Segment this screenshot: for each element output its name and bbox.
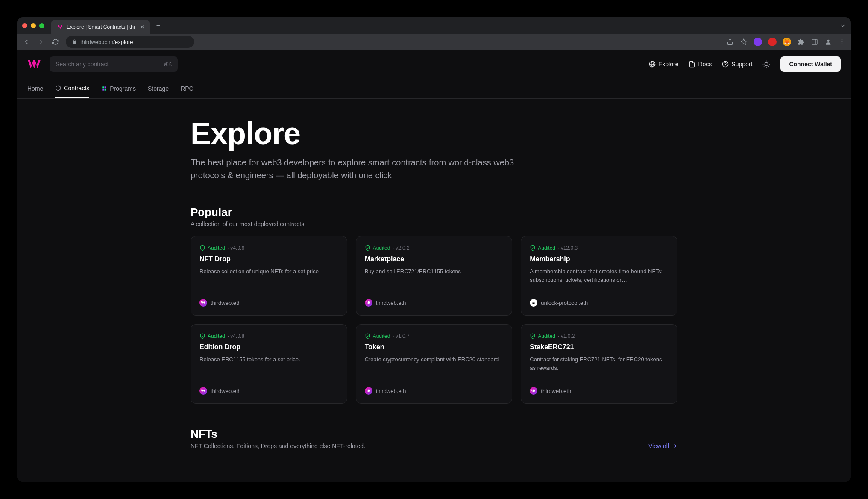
audited-badge: Audited: [199, 245, 225, 251]
lock-icon: [72, 39, 77, 44]
card-meta: Audited · v1.0.2: [530, 333, 669, 339]
thirdweb-logo-icon[interactable]: [27, 56, 43, 72]
audited-badge: Audited: [199, 333, 225, 339]
main-content: Explore The best place for web3 develope…: [191, 99, 677, 475]
version-label: · v4.0.6: [228, 245, 244, 251]
card-title: NFT Drop: [199, 255, 338, 263]
contract-card[interactable]: Audited · v4.0.8Edition DropRelease ERC1…: [191, 324, 347, 404]
browser-tab[interactable]: Explore | Smart Contracts | thi ✕: [51, 20, 150, 34]
author-name: thirdweb.eth: [211, 300, 241, 306]
tab-home[interactable]: Home: [27, 79, 43, 98]
card-author: thirdweb.eth: [199, 299, 338, 307]
svg-point-4: [842, 41, 843, 43]
tab-favicon-icon: [56, 24, 63, 30]
support-link[interactable]: Support: [722, 61, 752, 68]
author-name: unlock-protocol.eth: [541, 300, 588, 306]
search-input[interactable]: Search any contract ⌘K: [50, 56, 178, 72]
close-tab-icon[interactable]: ✕: [140, 24, 144, 30]
svg-line-14: [768, 66, 769, 67]
address-bar: thirdweb.com/explore 🦊: [17, 34, 851, 50]
extension-icon[interactable]: [754, 38, 762, 46]
audited-badge: Audited: [365, 245, 390, 251]
card-title: Marketplace: [365, 255, 504, 263]
tab-storage[interactable]: Storage: [148, 79, 169, 98]
app-content: Search any contract ⌘K Explore Docs Supp…: [17, 50, 851, 482]
extensions-icon[interactable]: [797, 38, 805, 46]
contract-card[interactable]: Audited · v12.0.3MembershipA membership …: [521, 236, 677, 316]
tab-contracts[interactable]: Contracts: [55, 79, 89, 98]
author-avatar-icon: [365, 387, 372, 395]
author-avatar-icon: [199, 299, 207, 307]
contract-card[interactable]: Audited · v1.0.2StakeERC721Contract for …: [521, 324, 677, 404]
author-name: thirdweb.eth: [376, 388, 406, 394]
author-name: thirdweb.eth: [541, 388, 571, 394]
audited-badge: Audited: [530, 333, 555, 339]
card-author: thirdweb.eth: [199, 387, 338, 395]
section-header: PopularA collection of our most deployed…: [191, 206, 677, 227]
author-avatar-icon: [530, 387, 537, 395]
card-meta: Audited · v1.0.7: [365, 333, 504, 339]
explore-link[interactable]: Explore: [649, 61, 678, 68]
author-avatar-icon: [365, 299, 372, 307]
contract-card[interactable]: Audited · v2.0.2MarketplaceBuy and sell …: [356, 236, 513, 316]
back-button[interactable]: [22, 38, 31, 46]
url-text: thirdweb.com/explore: [80, 39, 133, 45]
chevron-down-icon[interactable]: [840, 23, 846, 29]
svg-line-18: [768, 62, 769, 62]
maximize-window-button[interactable]: [39, 23, 44, 28]
version-label: · v2.0.2: [393, 245, 409, 251]
tab-rpc[interactable]: RPC: [181, 79, 194, 98]
card-meta: Audited · v4.0.6: [199, 245, 338, 251]
share-icon[interactable]: [726, 38, 734, 46]
author-name: thirdweb.eth: [211, 388, 241, 394]
search-placeholder: Search any contract: [56, 61, 109, 68]
svg-rect-20: [105, 86, 106, 88]
tab-title: Explore | Smart Contracts | thi: [67, 24, 135, 30]
section-title: Popular: [191, 206, 306, 219]
extension-icon[interactable]: 🦊: [783, 38, 791, 46]
version-label: · v1.0.7: [393, 333, 409, 339]
svg-point-2: [827, 40, 829, 42]
docs-link[interactable]: Docs: [689, 61, 712, 68]
card-author: thirdweb.eth: [365, 387, 504, 395]
section-title: NFTs: [191, 428, 365, 441]
card-description: Release collection of unique NFTs for a …: [199, 267, 338, 295]
extension-icon[interactable]: [768, 38, 777, 46]
card-description: Create cryptocurrency compliant with ERC…: [365, 355, 504, 383]
svg-rect-21: [103, 89, 104, 91]
forward-button[interactable]: [37, 38, 45, 46]
close-window-button[interactable]: [22, 23, 27, 28]
view-all-link[interactable]: View all: [648, 443, 677, 449]
card-description: Release ERC1155 tokens for a set price.: [199, 355, 338, 383]
author-avatar-icon: [199, 387, 207, 395]
card-meta: Audited · v4.0.8: [199, 333, 338, 339]
menu-icon[interactable]: [838, 38, 846, 46]
connect-wallet-button[interactable]: Connect Wallet: [780, 56, 841, 72]
section-header: NFTsNFT Collections, Editions, Drops and…: [191, 428, 677, 449]
card-grid: Audited · v4.0.6NFT DropRelease collecti…: [191, 236, 677, 404]
svg-point-5: [842, 43, 843, 44]
search-shortcut: ⌘K: [163, 61, 172, 67]
tab-programs[interactable]: Programs: [101, 79, 136, 98]
bookmark-icon[interactable]: [740, 38, 748, 46]
svg-point-3: [842, 39, 843, 41]
author-name: thirdweb.eth: [376, 300, 406, 306]
audited-badge: Audited: [530, 245, 555, 251]
reload-button[interactable]: [51, 38, 60, 46]
audited-badge: Audited: [365, 333, 390, 339]
section-description: NFT Collections, Editions, Drops and eve…: [191, 443, 365, 449]
new-tab-button[interactable]: +: [156, 22, 160, 30]
minimize-window-button[interactable]: [31, 23, 36, 28]
url-field[interactable]: thirdweb.com/explore: [66, 36, 194, 48]
svg-rect-0: [812, 39, 817, 44]
version-label: · v1.0.2: [558, 333, 575, 339]
theme-toggle-icon[interactable]: [762, 60, 770, 68]
card-description: A membership contract that creates time-…: [530, 267, 669, 295]
card-description: Contract for staking ERC721 NFTs, for ER…: [530, 355, 669, 383]
contract-card[interactable]: Audited · v4.0.6NFT DropRelease collecti…: [191, 236, 347, 316]
contract-card[interactable]: Audited · v1.0.7TokenCreate cryptocurren…: [356, 324, 513, 404]
profile-icon[interactable]: [824, 38, 832, 46]
panel-icon[interactable]: [811, 38, 818, 46]
nav-tabs: Home Contracts Programs Storage RPC: [17, 79, 851, 99]
svg-rect-19: [103, 86, 104, 88]
